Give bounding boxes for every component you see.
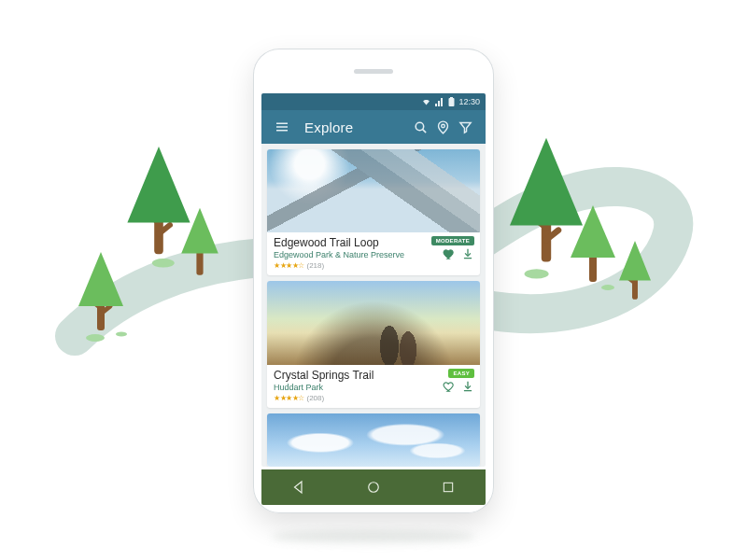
search-icon[interactable]: [409, 119, 431, 135]
action-row: [443, 247, 474, 260]
svg-marker-3: [78, 252, 123, 306]
svg-line-7: [148, 214, 159, 223]
svg-rect-24: [450, 97, 453, 98]
svg-line-15: [546, 231, 558, 240]
trail-photo[interactable]: [267, 149, 480, 232]
trail-photo[interactable]: [267, 281, 480, 364]
battery-icon: [448, 97, 455, 106]
svg-point-29: [416, 122, 424, 131]
svg-line-22: [628, 279, 635, 284]
app-bar: Explore: [261, 110, 486, 144]
svg-line-1: [92, 301, 101, 308]
svg-point-10: [152, 259, 175, 268]
svg-rect-13: [542, 218, 551, 262]
cell-signal-icon: [435, 98, 444, 106]
phone-screen: 12:30 Explore Edgewood Trail LoopEdgewoo…: [261, 93, 486, 467]
svg-point-20: [601, 285, 614, 290]
difficulty-badge: EASY: [448, 369, 474, 378]
nav-home-icon[interactable]: [355, 479, 392, 496]
svg-rect-6: [154, 216, 163, 254]
rating-stars: ★★★★☆: [274, 394, 304, 402]
map-pin-icon[interactable]: [431, 119, 454, 135]
status-time: 12:30: [458, 97, 480, 106]
trail-card[interactable]: Edgewood Trail LoopEdgewood Park & Natur…: [267, 149, 480, 275]
trail-actions: MODERATE: [431, 236, 474, 260]
favorite-heart-icon[interactable]: [443, 247, 456, 260]
favorite-heart-icon[interactable]: [443, 380, 456, 393]
trail-photo[interactable]: [267, 413, 480, 467]
trail-rating: ★★★★☆(218): [274, 261, 473, 270]
phone-frame: 12:30 Explore Edgewood Trail LoopEdgewoo…: [253, 49, 494, 513]
trail-card-body: Crystal Springs TrailHuddart Park★★★★☆(2…: [267, 365, 480, 408]
menu-icon[interactable]: [271, 119, 293, 135]
svg-line-14: [534, 218, 546, 228]
svg-rect-21: [632, 277, 638, 300]
svg-point-31: [441, 124, 444, 128]
svg-marker-23: [619, 241, 651, 281]
svg-rect-11: [196, 250, 203, 275]
page-title: Explore: [304, 119, 409, 135]
svg-marker-12: [181, 208, 218, 254]
trail-actions: EASY: [443, 369, 474, 393]
trail-card-body: Edgewood Trail LoopEdgewood Park & Natur…: [267, 232, 480, 275]
android-status-bar: 12:30: [261, 93, 486, 110]
svg-point-32: [369, 483, 379, 493]
wifi-icon: [421, 98, 431, 106]
trail-rating: ★★★★☆(208): [274, 394, 473, 402]
svg-marker-19: [571, 205, 615, 258]
svg-rect-33: [444, 483, 452, 491]
action-row: [443, 380, 474, 393]
svg-line-8: [159, 225, 170, 234]
svg-point-5: [116, 332, 127, 337]
trail-card[interactable]: Crystal Springs TrailHuddart Park★★★★☆(2…: [267, 281, 480, 407]
download-icon[interactable]: [461, 380, 474, 393]
trail-card[interactable]: [267, 413, 480, 467]
svg-rect-25: [449, 98, 455, 106]
difficulty-badge: MODERATE: [431, 236, 474, 245]
svg-rect-0: [97, 301, 105, 330]
svg-line-2: [101, 306, 110, 314]
svg-point-17: [525, 269, 549, 278]
android-nav-bar: [261, 469, 486, 505]
svg-marker-16: [510, 138, 583, 226]
review-count: (218): [307, 261, 325, 270]
rating-stars: ★★★★☆: [274, 261, 304, 270]
trail-list[interactable]: Edgewood Trail LoopEdgewood Park & Natur…: [261, 144, 486, 467]
nav-recent-icon[interactable]: [430, 480, 467, 495]
svg-marker-9: [127, 147, 190, 223]
nav-back-icon[interactable]: [280, 479, 317, 496]
review-count: (208): [307, 394, 325, 402]
svg-point-4: [86, 334, 105, 342]
filter-icon[interactable]: [454, 119, 476, 135]
phone-shadow: [271, 530, 476, 543]
svg-line-30: [422, 129, 426, 133]
download-icon[interactable]: [461, 247, 474, 260]
svg-rect-18: [589, 254, 597, 282]
